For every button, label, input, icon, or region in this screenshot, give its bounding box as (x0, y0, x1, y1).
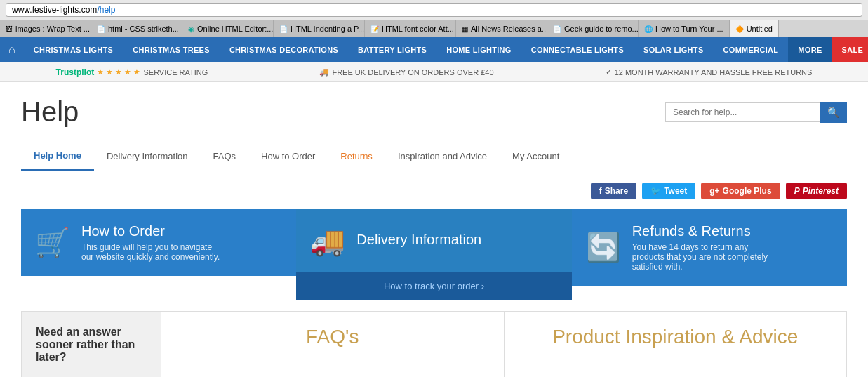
track-order-label: How to track your order › (384, 281, 484, 291)
track-order-link[interactable]: How to track your order › (296, 272, 571, 300)
refresh-icon: 🔄 (586, 231, 621, 264)
delivery-information-card[interactable]: 🚚 Delivery Information How to track your… (296, 209, 571, 300)
tab-news-releases[interactable]: ▦All News Releases a... (456, 20, 547, 37)
delivery-title: Delivery Information (356, 232, 481, 248)
trustpilot-logo: Trustpilot (56, 67, 95, 77)
pinterest-icon: P (794, 186, 800, 196)
delivery-card-content: 🚚 Delivery Information (296, 209, 571, 272)
main-navbar: ⌂ Christmas Lights Christmas Trees Chris… (0, 37, 868, 62)
tab-html-editor[interactable]: ◉Online HTML Editor:... (182, 20, 274, 37)
googleplus-label: Google Plus (723, 186, 772, 196)
tab-images[interactable]: 🖼images : Wrap Text ... (0, 20, 91, 37)
pinterest-share-button[interactable]: P Pinterest (786, 183, 847, 199)
help-cards-grid: 🛒 How to Order This guide will help you … (21, 209, 847, 300)
search-box: 🔍 (665, 102, 847, 123)
refunds-desc: You have 14 days to return any products … (632, 242, 773, 272)
nav-christmas-lights[interactable]: Christmas Lights (24, 37, 123, 62)
subnav-faqs[interactable]: FAQs (201, 143, 249, 170)
refunds-returns-card[interactable]: 🔄 Refunds & Returns You have 14 days to … (572, 209, 847, 300)
nav-sale[interactable]: Sale (832, 37, 868, 62)
warranty-item: ✓ 12 MONTH WARRANTY AND HASSLE FREE RETU… (606, 67, 813, 77)
sub-navigation: Help Home Delivery Information FAQs How … (21, 142, 847, 171)
rating-stars: ★ ★ ★ ★ ★ (97, 67, 140, 77)
social-share-bar: f Share 🐦 Tweet g+ Google Plus P Pintere… (21, 183, 847, 199)
how-to-order-card-content: 🛒 How to Order This guide will help you … (21, 209, 296, 276)
nav-christmas-trees[interactable]: Christmas Trees (123, 37, 220, 62)
tab-how-to-turn[interactable]: 🌐How to Turn Your ... (639, 20, 730, 37)
bottom-sections-grid: Need an answer sooner rather than later?… (21, 311, 847, 377)
nav-more[interactable]: More (788, 37, 832, 62)
home-button[interactable]: ⌂ (0, 37, 24, 62)
googleplus-share-button[interactable]: g+ Google Plus (701, 183, 780, 199)
tab-css[interactable]: 📄html - CSS striketh... (91, 20, 182, 37)
how-to-order-card[interactable]: 🛒 How to Order This guide will help you … (21, 209, 296, 300)
subnav-delivery-information[interactable]: Delivery Information (94, 143, 201, 170)
contact-title: Need an answer sooner rather than later? (36, 326, 147, 364)
subnav-my-account[interactable]: My Account (500, 143, 572, 170)
service-rating-text: SERVICE RATING (143, 68, 208, 77)
refunds-text: Refunds & Returns You have 14 days to re… (632, 223, 773, 272)
page-title: Help (21, 96, 79, 128)
advice-title: Product Inspiration & Advice (519, 326, 833, 348)
share-label: Share (605, 186, 628, 196)
browser-bar: www.festive-lights.com/help (0, 0, 868, 20)
contact-card: Need an answer sooner rather than later? (21, 311, 161, 377)
facebook-share-button[interactable]: f Share (591, 183, 636, 199)
search-input[interactable] (665, 102, 820, 122)
nav-solar-lights[interactable]: Solar Lights (634, 37, 714, 62)
browser-tabs: 🖼images : Wrap Text ... 📄html - CSS stri… (0, 20, 868, 37)
tab-font-color[interactable]: 📝HTML font color Att... (365, 20, 456, 37)
refunds-title: Refunds & Returns (632, 223, 773, 239)
warranty-text: 12 MONTH WARRANTY AND HASSLE FREE RETURN… (615, 68, 813, 77)
twitter-icon: 🐦 (650, 186, 661, 196)
how-to-order-title: How to Order (81, 223, 222, 239)
twitter-share-button[interactable]: 🐦 Tweet (642, 183, 695, 199)
url-path: /help (97, 5, 115, 15)
advice-card[interactable]: Product Inspiration & Advice (505, 311, 848, 377)
facebook-icon: f (599, 186, 602, 196)
subnav-inspiration[interactable]: Inspiration and Advice (385, 143, 500, 170)
pinterest-label: Pinterest (803, 186, 839, 196)
main-content: Help 🔍 Help Home Delivery Information FA… (0, 82, 868, 377)
search-button[interactable]: 🔍 (820, 102, 847, 123)
tab-untitled[interactable]: 🔶Untitled (730, 20, 779, 37)
nav-christmas-decorations[interactable]: Christmas Decorations (220, 37, 348, 62)
browser-url[interactable]: www.festive-lights.com/help (6, 3, 862, 17)
nav-home-lighting[interactable]: Home Lighting (436, 37, 521, 62)
free-delivery-item: 🚚 FREE UK DELIVERY ON ORDERS OVER £40 (319, 67, 493, 77)
free-delivery-text: FREE UK DELIVERY ON ORDERS OVER £40 (332, 68, 493, 77)
tab-indenting[interactable]: 📄HTML Indenting a P... (274, 20, 365, 37)
nav-battery-lights[interactable]: Battery Lights (348, 37, 436, 62)
how-to-order-text: How to Order This guide will help you to… (81, 223, 222, 262)
refunds-card-content: 🔄 Refunds & Returns You have 14 days to … (572, 209, 847, 286)
truck-icon: 🚚 (310, 225, 345, 258)
tweet-label: Tweet (664, 186, 687, 196)
basket-icon: 🛒 (35, 226, 70, 259)
service-rating-item: Trustpilot ★ ★ ★ ★ ★ SERVICE RATING (56, 67, 208, 77)
faq-card[interactable]: FAQ's (161, 311, 505, 377)
googleplus-icon: g+ (709, 186, 719, 196)
subnav-how-to-order[interactable]: How to Order (248, 143, 328, 170)
warranty-icon: ✓ (606, 67, 612, 77)
subnav-help-home[interactable]: Help Home (21, 142, 94, 171)
nav-connectable-lights[interactable]: Connectable Lights (521, 37, 634, 62)
delivery-icon: 🚚 (319, 67, 329, 77)
tab-geek-guide[interactable]: 📄Geek guide to remo... (547, 20, 639, 37)
nav-commercial[interactable]: Commercial (714, 37, 789, 62)
help-header: Help 🔍 (21, 96, 847, 128)
faq-title: FAQ's (175, 326, 490, 348)
delivery-text: Delivery Information (356, 232, 481, 251)
how-to-order-desc: This guide will help you to navigate our… (81, 242, 222, 262)
subnav-returns[interactable]: Returns (328, 143, 385, 170)
info-bar: Trustpilot ★ ★ ★ ★ ★ SERVICE RATING 🚚 FR… (0, 62, 868, 82)
